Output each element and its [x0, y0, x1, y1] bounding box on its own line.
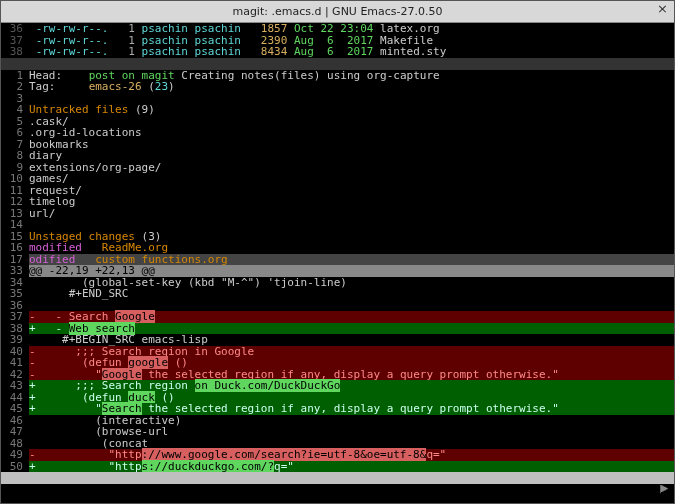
diff-hunk-header[interactable]: 33@@ -22,19 +22,13 @@: [1, 265, 674, 277]
diff-context: 35 #+END_SRC: [1, 288, 674, 300]
line-number: 36: [1, 23, 29, 35]
untracked-item[interactable]: 9extensions/org-page/: [1, 162, 674, 174]
line-number: 38: [1, 46, 29, 58]
modeline-magit: U:%%- magit: .emacs.d Top of 6.0k (32,0)…: [1, 472, 674, 484]
dired-buffer[interactable]: 36 -rw-rw-r--. 1 psachin psachin 1857 Oc…: [1, 23, 674, 58]
tag-name[interactable]: emacs-26: [89, 80, 142, 93]
prompt-icon: ⯈: [660, 484, 670, 495]
untracked-item[interactable]: 10games/: [1, 173, 674, 185]
magit-status-buffer[interactable]: 1Head: post on magit Creating notes(file…: [1, 70, 674, 473]
untracked-item[interactable]: 7bookmarks: [1, 139, 674, 151]
dired-row[interactable]: 38 -rw-rw-r--. 1 psachin psachin 8434 Au…: [1, 46, 674, 58]
window-titlebar: magit: .emacs.d | GNU Emacs-27.0.50 ×: [1, 1, 674, 23]
diff-add[interactable]: 50+ "https://duckduckgo.com/?q=": [1, 461, 674, 473]
untracked-item[interactable]: 6.org-id-locations: [1, 127, 674, 139]
diff-context: 47 (browse-url: [1, 426, 674, 438]
untracked-item[interactable]: 8diary: [1, 150, 674, 162]
close-icon[interactable]: ×: [657, 3, 668, 15]
diff-add[interactable]: 45+ "Search the selected region if any, …: [1, 403, 674, 415]
diff-del[interactable]: 37- - Search Google: [1, 311, 674, 323]
untracked-item[interactable]: 12timelog: [1, 196, 674, 208]
emacs-frame: 36 -rw-rw-r--. 1 psachin psachin 1857 Oc…: [1, 23, 674, 503]
window-title: magit: .emacs.d | GNU Emacs-27.0.50: [232, 6, 442, 18]
untracked-item[interactable]: 13url/: [1, 208, 674, 220]
minibuffer[interactable]: ⯈: [1, 484, 674, 496]
untracked-item[interactable]: 11request/: [1, 185, 674, 197]
section-untracked[interactable]: 4Untracked files (9): [1, 104, 674, 116]
diff-context: 39 #+BEGIN_SRC emacs-lisp: [1, 334, 674, 346]
